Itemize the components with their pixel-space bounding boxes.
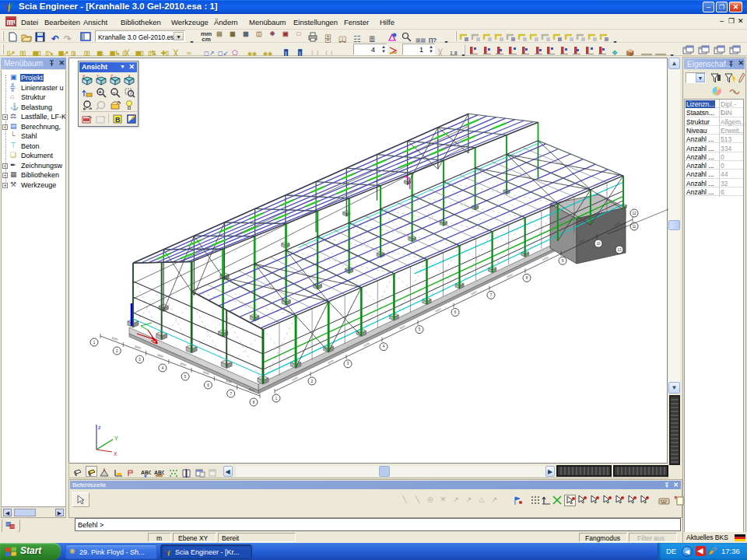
svg-text:z: z xyxy=(98,425,101,430)
svg-text:11: 11 xyxy=(633,225,637,229)
svg-text:12: 12 xyxy=(632,212,637,215)
svg-text:13: 13 xyxy=(617,248,622,252)
svg-text:B: B xyxy=(115,116,121,124)
svg-text:X: X xyxy=(114,451,117,457)
svg-text:10: 10 xyxy=(596,242,601,246)
svg-text:+: + xyxy=(99,89,102,95)
svg-text:Y: Y xyxy=(114,436,118,441)
svg-text:Z: Z xyxy=(110,75,113,79)
svg-text:–: – xyxy=(113,89,116,95)
svg-text:ABC: ABC xyxy=(141,470,151,475)
svg-text:ABC: ABC xyxy=(154,470,164,475)
